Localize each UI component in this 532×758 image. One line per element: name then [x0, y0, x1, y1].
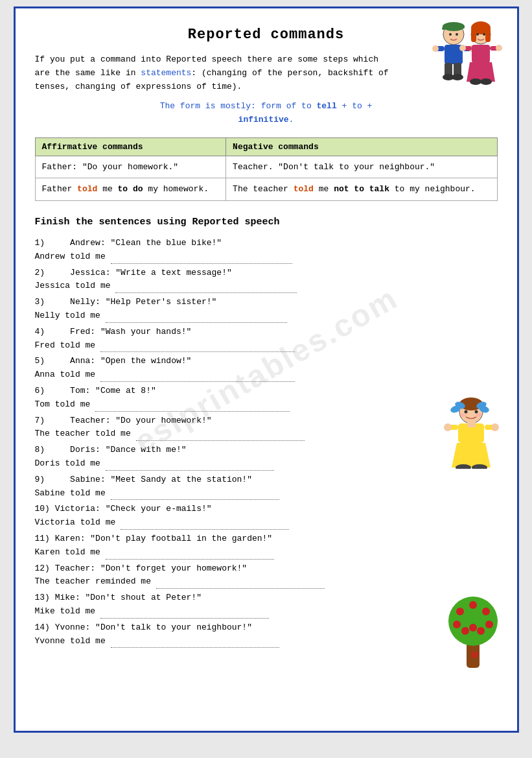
exercise-item-14: 14) Yvonne: "Don't talk to your neighbou…	[35, 621, 498, 648]
form-text-before: The form is mostly: form of to	[160, 101, 312, 111]
exercise-quote-9: 9) Sabine: "Meet Sandy at the station!"	[35, 473, 498, 487]
exercise-told-5: Anna told me	[35, 368, 498, 382]
exercise-told-10: Victoria told me	[35, 516, 498, 530]
svg-point-20	[483, 33, 485, 36]
svg-rect-2	[443, 25, 465, 29]
exercise-quote-5: 5) Anna: "Open the window!"	[35, 355, 498, 368]
exercise-told-8: Doris told me	[35, 457, 498, 471]
exercise-item-11: 11) Karen: "Don't play football in the g…	[35, 532, 498, 560]
svg-point-4	[449, 33, 452, 36]
table-cell-1-1: Father: "Do your homework."	[35, 156, 226, 178]
exercise-item-9: 9) Sabine: "Meet Sandy at the station!"S…	[35, 473, 498, 501]
exercise-told-1: Andrew told me	[35, 250, 498, 264]
table-cell-2-2: The teacher told me not to talk to my ne…	[226, 178, 497, 201]
svg-point-27	[470, 78, 481, 85]
exercise-item-3: 3) Nelly: "Help Peter's sister!"Nelly to…	[35, 296, 498, 323]
svg-rect-18	[485, 28, 491, 42]
exercise-quote-13: 13) Mike: "Don't shout at Peter!"	[35, 591, 498, 605]
table-header-affirmative: Affirmative commands	[35, 137, 226, 156]
exercise-quote-8: 8) Doris: "Dance with me!"	[35, 444, 498, 457]
svg-point-59	[469, 624, 477, 632]
table-header-negative: Negative commands	[226, 137, 497, 156]
girl-illustration	[437, 397, 505, 471]
form-plus: + to +	[342, 101, 373, 111]
svg-point-55	[453, 621, 461, 628]
svg-point-53	[469, 601, 477, 609]
svg-point-56	[485, 621, 493, 628]
intro-link-statements: statements	[141, 68, 191, 78]
exercise-quote-6: 6) Tom: "Come at 8!"	[35, 385, 498, 398]
exercise-quote-7: 7) Teacher: "Do your homework!"	[35, 414, 498, 428]
exercise-told-2: Jessica told me	[35, 279, 498, 293]
intro-paragraph: If you put a command into Reported speec…	[35, 53, 398, 93]
exercise-item-6: 6) Tom: "Come at 8!"Tom told me	[35, 385, 498, 412]
page: eslprintables.com	[14, 6, 519, 733]
svg-point-45	[444, 423, 452, 431]
commands-table: Affirmative commands Negative commands F…	[35, 137, 498, 201]
row2-col2-bold: not to talk	[334, 184, 389, 194]
row2-col2-after: to my neighbour.	[389, 184, 476, 194]
svg-rect-21	[472, 45, 490, 63]
svg-point-39	[460, 413, 467, 417]
exercise-quote-4: 4) Fred: "Wash your hands!"	[35, 326, 498, 339]
row2-col2-told: told	[294, 184, 314, 194]
svg-point-52	[456, 608, 464, 615]
svg-point-58	[477, 627, 485, 635]
svg-point-36	[481, 405, 485, 409]
svg-point-57	[461, 627, 469, 635]
exercise-item-8: 8) Doris: "Dance with me!"Doris told me	[35, 444, 498, 471]
svg-marker-47	[452, 443, 491, 468]
exercise-item-10: 10) Victoria: "Check your e-mails!"Victo…	[35, 503, 498, 530]
row2-col1-bold: to do	[118, 184, 143, 194]
exercise-quote-2: 2) Jessica: "Write a text message!"	[35, 266, 498, 280]
svg-point-33	[456, 405, 459, 409]
row2-col1-mid: me	[97, 184, 117, 194]
exercise-item-7: 7) Teacher: "Do your homework!"The teach…	[35, 414, 498, 442]
svg-rect-3	[442, 27, 445, 30]
svg-point-5	[456, 33, 458, 36]
table-cell-2-1: Father told me to do my homework.	[35, 178, 226, 201]
table-cell-1-2: Teacher. "Don't talk to your neighbour."	[226, 156, 497, 178]
svg-point-38	[474, 410, 478, 414]
form-period: .	[289, 115, 294, 124]
svg-point-28	[480, 78, 492, 85]
svg-point-25	[496, 45, 502, 51]
svg-point-14	[452, 74, 463, 80]
exercise-item-4: 4) Fred: "Wash your hands!"Fred told me	[35, 326, 498, 353]
row2-col1-before: Father	[42, 184, 78, 194]
svg-point-40	[476, 413, 482, 417]
exercise-told-3: Nelly told me	[35, 309, 498, 323]
exercise-item-13: 13) Mike: "Don't shout at Peter!"Mike to…	[35, 591, 498, 619]
exercise-quote-11: 11) Karen: "Don't play football in the g…	[35, 532, 498, 546]
exercise-item-5: 5) Anna: "Open the window!"Anna told me	[35, 355, 498, 382]
exercise-told-7: The teacher told me	[35, 427, 498, 441]
svg-rect-42	[467, 422, 476, 427]
kids-illustration	[428, 20, 505, 88]
exercise-told-9: Sabine told me	[35, 487, 498, 501]
exercise-item-12: 12) Teacher: "Don't forget your homework…	[35, 562, 498, 589]
exercise-item-2: 2) Jessica: "Write a text message!"Jessi…	[35, 266, 498, 294]
svg-point-37	[464, 410, 467, 414]
section-heading: Finish the sentences using Reported spee…	[35, 217, 498, 228]
tell-bold: tell	[317, 101, 337, 111]
svg-point-54	[482, 608, 490, 615]
exercise-told-11: Karen told me	[35, 546, 498, 560]
svg-point-24	[459, 45, 466, 51]
exercise-told-6: Tom told me	[35, 398, 498, 412]
exercise-told-13: Mike told me	[35, 605, 498, 619]
exercise-quote-14: 14) Yvonne: "Don't talk to your neighbou…	[35, 621, 498, 635]
svg-point-9	[432, 45, 439, 52]
exercise-quote-12: 12) Teacher: "Don't forget your homework…	[35, 562, 498, 576]
row2-col2-mid: me	[314, 184, 334, 194]
exercise-list: 1) Andrew: "Clean the blue bike!"Andrew …	[35, 237, 498, 648]
exercise-quote-10: 10) Victoria: "Check your e-mails!"	[35, 503, 498, 516]
infinitive-bold: infinitive	[238, 115, 289, 124]
svg-marker-26	[467, 62, 495, 82]
exercise-told-12: The teacher reminded me	[35, 575, 498, 589]
exercise-told-14: Yvonne told me	[35, 635, 498, 648]
table-row-2: Father told me to do my homework. The te…	[35, 178, 497, 201]
svg-point-46	[491, 423, 499, 431]
exercise-quote-3: 3) Nelly: "Help Peter's sister!"	[35, 296, 498, 309]
svg-point-19	[476, 33, 479, 36]
exercise-quote-1: 1) Andrew: "Clean the blue bike!"	[35, 237, 498, 250]
